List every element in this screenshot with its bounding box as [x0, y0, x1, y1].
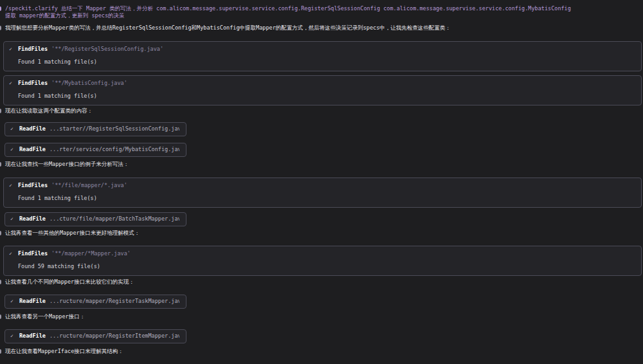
check-icon: ✓ — [10, 146, 16, 154]
tool-arg: ...ructure/mapper/RegisterTaskMapper.jav… — [50, 298, 179, 304]
tool-name: ReadFile — [19, 125, 46, 132]
user-prompt: /speckit.clarify 总结一下 Mapper 类的写法，并分析 co… — [5, 5, 632, 19]
check-icon: ✓ — [9, 80, 15, 87]
tool-arg: '**/RegisterSqlSessionConfig.java' — [51, 46, 163, 52]
tool-result: Found 1 matching file(s) — [18, 58, 633, 66]
tool-call-readfile[interactable]: ✓ReadFile...ructure/mapper/RegisterItemM… — [5, 329, 186, 343]
tool-call-header: ✓FindFiles'**/mapper/*Mapper.java' — [9, 250, 633, 258]
tool-arg: ...ructure/mapper/RegisterItemMapper.jav… — [50, 332, 179, 339]
check-icon: ✓ — [9, 182, 15, 190]
tool-name: FindFiles — [18, 250, 48, 257]
tool-name: ReadFile — [19, 215, 46, 222]
tool-result: Found 1 matching file(s) — [18, 194, 633, 202]
agent-terminal: /speckit.clarify 总结一下 Mapper 类的写法，并分析 co… — [0, 0, 643, 364]
clipped-bullet-icon — [0, 26, 1, 30]
tool-call-readfile[interactable]: ✓ReadFile...rter/service/config/MybatisC… — [5, 143, 186, 157]
tool-arg: '**/mapper/*Mapper.java' — [51, 250, 131, 257]
assistant-message: 让我查看几个不同的Mapper接口来比较它们的实现： — [5, 278, 643, 286]
assistant-message: 现在让我查找一些Mapper接口的例子来分析写法： — [5, 161, 643, 168]
clipped-bullet-icon — [0, 280, 1, 284]
tool-name: ReadFile — [19, 332, 46, 339]
prompt-line-1: /speckit.clarify 总结一下 Mapper 类的写法，并分析 co… — [5, 5, 632, 12]
tool-call-readfile[interactable]: ✓ReadFile...cture/file/mapper/BatchTaskM… — [5, 212, 186, 226]
tool-call-findfiles[interactable]: ✓FindFiles'**/file/mapper/*.java' Found … — [3, 177, 642, 208]
tool-name: FindFiles — [18, 80, 48, 86]
tool-call-header: ✓ReadFile...rter/service/config/MybatisC… — [10, 145, 179, 154]
assistant-message: 让我再查看一些其他的Mapper接口来更好地理解模式： — [5, 230, 643, 237]
message-text: 让我再查看一些其他的Mapper接口来更好地理解模式： — [5, 230, 140, 236]
check-icon: ✓ — [10, 332, 16, 340]
clipped-bullet-icon — [0, 349, 1, 354]
tool-result: Found 1 matching file(s) — [18, 92, 633, 100]
tool-call-header: ✓ReadFile...ructure/mapper/RegisterTaskM… — [10, 297, 179, 305]
tool-call-findfiles[interactable]: ✓FindFiles'**/mapper/*Mapper.java' Found… — [3, 246, 642, 276]
tool-call-header: ✓ReadFile...ructure/mapper/RegisterItemM… — [10, 332, 179, 340]
tool-name: ReadFile — [19, 146, 46, 152]
clipped-bullet-icon — [0, 162, 1, 167]
tool-arg: '**/MybatisConfig.java' — [51, 80, 127, 86]
message-text: 我理解您想要分析Mapper类的写法，并总结RegisterSqlSession… — [5, 24, 451, 31]
tool-name: FindFiles — [18, 182, 48, 188]
message-text: 现在让我读取这两个配置类的内容： — [5, 107, 93, 114]
message-text: 让我查看几个不同的Mapper接口来比较它们的实现： — [5, 278, 134, 285]
tool-call-findfiles[interactable]: ✓FindFiles'**/MybatisConfig.java' Found … — [3, 75, 642, 105]
message-text: 现在让我查找一些Mapper接口的例子来分析写法： — [5, 161, 129, 167]
tool-call-header: ✓ReadFile...starter//RegisterSqlSessionC… — [10, 125, 179, 133]
check-icon: ✓ — [10, 125, 16, 133]
tool-name: FindFiles — [18, 46, 48, 52]
check-icon: ✓ — [9, 46, 15, 53]
message-text: 现在让我查看MapperIface接口来理解其结构： — [5, 348, 123, 354]
tool-arg: ...cture/file/mapper/BatchTaskMapper.jav… — [50, 215, 179, 222]
tool-call-header: ✓FindFiles'**/RegisterSqlSessionConfig.j… — [9, 45, 633, 53]
assistant-message: 让我再查看另一个Mapper接口： — [5, 313, 643, 320]
tool-call-readfile[interactable]: ✓ReadFile...starter//RegisterSqlSessionC… — [5, 122, 186, 136]
tool-call-header: ✓ReadFile...cture/file/mapper/BatchTaskM… — [10, 215, 179, 223]
tool-call-findfiles[interactable]: ✓FindFiles'**/RegisterSqlSessionConfig.j… — [3, 41, 642, 71]
tool-call-readfile[interactable]: ✓ReadFile...ructure/mapper/RegisterTaskM… — [5, 295, 186, 309]
tool-arg: ...starter//RegisterSqlSessionConfig.jav… — [50, 125, 179, 132]
tool-call-header: ✓FindFiles'**/MybatisConfig.java' — [9, 79, 633, 87]
tool-call-header: ✓FindFiles'**/file/mapper/*.java' — [9, 181, 633, 190]
prompt-line-2: 提取 mapper的配置方式，更新到 specs的决策 — [5, 12, 632, 19]
clipped-bullet-icon — [0, 109, 1, 113]
message-text: 让我再查看另一个Mapper接口： — [5, 313, 85, 320]
check-icon: ✓ — [9, 250, 15, 258]
assistant-message: 我理解您想要分析Mapper类的写法，并总结RegisterSqlSession… — [5, 24, 643, 32]
tool-name: ReadFile — [19, 298, 46, 304]
tool-arg: '**/file/mapper/*.java' — [51, 182, 127, 188]
tool-arg: ...rter/service/config/MybatisConfig.jav… — [50, 146, 179, 152]
tool-result: Found 59 matching file(s) — [18, 262, 633, 270]
assistant-message: 现在让我查看MapperIface接口来理解其结构： — [5, 348, 643, 355]
assistant-message: 现在让我读取这两个配置类的内容： — [5, 107, 643, 114]
clipped-bullet-icon — [0, 231, 1, 235]
check-icon: ✓ — [10, 298, 16, 305]
clipped-prompt-marker-icon — [0, 6, 1, 11]
check-icon: ✓ — [10, 215, 16, 223]
clipped-bullet-icon — [0, 314, 1, 319]
